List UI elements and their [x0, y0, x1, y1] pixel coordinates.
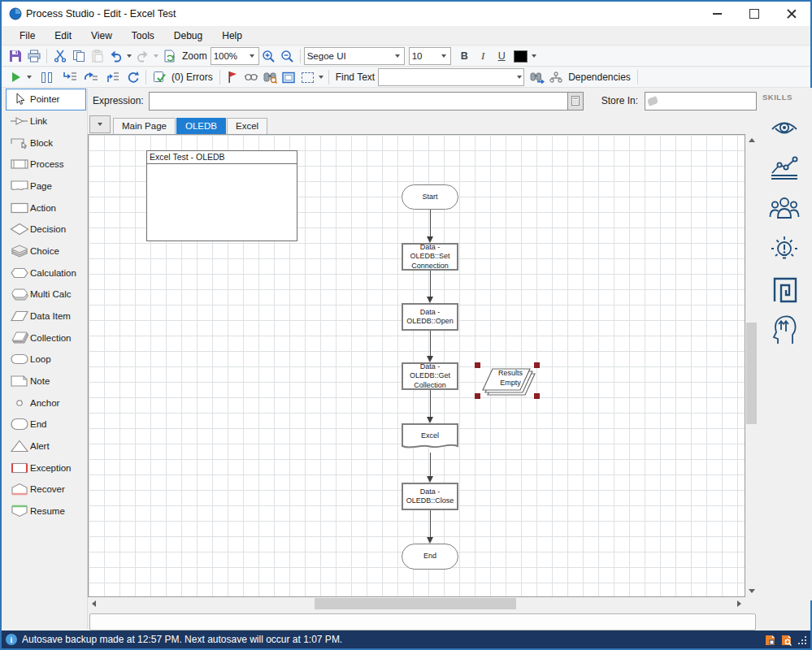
selection-mode-dropdown[interactable]	[319, 76, 323, 79]
collaboration-people-icon[interactable]	[769, 193, 800, 224]
stage-oledb-get-collection[interactable]: Data - OLEDB::Get Collection	[402, 362, 458, 390]
find-text-caret-icon[interactable]	[517, 76, 522, 79]
show-panel-button[interactable]	[280, 69, 297, 86]
scroll-right-button[interactable]	[733, 597, 745, 610]
paste-button[interactable]	[89, 48, 106, 65]
run-dropdown[interactable]	[27, 76, 32, 79]
scroll-up-button[interactable]	[745, 134, 758, 146]
note-stage[interactable]: Excel Test - OLEDB	[146, 150, 297, 241]
stage-oledb-close[interactable]: Data - OLEDB::Close	[402, 483, 458, 510]
font-color-dropdown[interactable]	[532, 54, 536, 58]
horizontal-scrollbar[interactable]	[88, 597, 745, 610]
tool-end[interactable]: End	[6, 414, 86, 436]
scroll-left-button[interactable]	[88, 597, 100, 610]
font-size-combo[interactable]: 10	[409, 47, 451, 65]
tool-page[interactable]: Page	[6, 176, 86, 197]
stage-results-empty-collection[interactable]: Results Empty	[475, 362, 540, 399]
find-next-button[interactable]	[528, 69, 545, 86]
process-search-icon[interactable]	[780, 634, 792, 646]
minimize-button[interactable]	[698, 2, 736, 26]
tool-calculation[interactable]: Calculation	[6, 262, 86, 284]
link-excel-close[interactable]	[430, 453, 431, 477]
undo-button[interactable]	[107, 48, 124, 65]
selection-handle[interactable]	[534, 393, 540, 399]
menu-tools[interactable]: Tools	[122, 28, 164, 44]
expression-builder-button[interactable]	[568, 92, 584, 110]
font-color-button[interactable]	[512, 48, 529, 65]
reset-button[interactable]	[124, 69, 141, 86]
tool-block[interactable]: Block	[6, 132, 86, 154]
run-button[interactable]	[7, 69, 24, 86]
selection-handle[interactable]	[534, 362, 540, 368]
vertical-scroll-thumb[interactable]	[746, 323, 757, 424]
problem-solving-idea-icon[interactable]	[769, 234, 800, 265]
italic-button[interactable]: I	[475, 48, 492, 65]
step-over-button[interactable]	[82, 69, 99, 86]
tool-decision[interactable]: Decision	[6, 219, 86, 240]
scroll-down-button[interactable]	[745, 585, 758, 597]
bold-button[interactable]: B	[456, 48, 473, 65]
link-getcollection-excel[interactable]	[430, 390, 431, 418]
menu-help[interactable]: Help	[212, 28, 252, 44]
zoom-level-combo[interactable]: 100%	[211, 47, 259, 65]
selection-handle[interactable]	[475, 393, 480, 399]
tool-process[interactable]: Process	[6, 154, 86, 176]
link-close-end[interactable]	[430, 510, 431, 538]
tool-link[interactable]: Link	[6, 110, 86, 132]
errors-count-label[interactable]: (0) Errors	[172, 72, 213, 83]
store-in-input[interactable]	[660, 93, 756, 109]
process-canvas[interactable]: Excel Test - OLEDB Start Data - OLEDB::S…	[88, 134, 745, 597]
tool-loop[interactable]: Loop	[6, 349, 86, 370]
zoom-in-button[interactable]	[260, 48, 277, 65]
expression-input[interactable]	[149, 92, 568, 110]
tool-note[interactable]: Note	[6, 370, 86, 392]
tool-anchor[interactable]: Anchor	[6, 392, 86, 414]
watch-button[interactable]	[243, 69, 260, 86]
link-setconnection-open[interactable]	[430, 271, 431, 297]
planning-analytics-icon[interactable]	[769, 153, 800, 184]
print-button[interactable]	[25, 48, 42, 65]
tool-data-item[interactable]: Data Item	[6, 306, 86, 327]
tool-pointer[interactable]: Pointer	[6, 89, 86, 110]
close-button[interactable]	[773, 2, 810, 26]
maximize-button[interactable]	[736, 2, 773, 26]
redo-dropdown[interactable]	[154, 54, 158, 58]
stage-oledb-set-connection[interactable]: Data - OLEDB::Set Connection	[402, 243, 458, 271]
tool-alert[interactable]: Alert	[6, 436, 86, 457]
tab-main-page[interactable]: Main Page	[113, 118, 176, 134]
breakpoint-button[interactable]	[224, 69, 241, 86]
tool-choice[interactable]: Choice	[6, 240, 86, 262]
refresh-preview-button[interactable]	[161, 48, 178, 65]
menu-file[interactable]: File	[10, 28, 45, 44]
tab-oledb[interactable]: OLEDB	[176, 118, 226, 134]
dependencies-label[interactable]: Dependencies	[568, 72, 631, 83]
find-text-input[interactable]	[379, 70, 515, 84]
selection-handle[interactable]	[475, 362, 480, 368]
menu-debug[interactable]: Debug	[164, 28, 212, 44]
menu-view[interactable]: View	[81, 28, 122, 44]
tool-multi-calc[interactable]: Multi Calc	[6, 284, 86, 306]
search-process-button[interactable]	[262, 69, 279, 86]
underline-button[interactable]: U	[493, 48, 510, 65]
tab-excel[interactable]: Excel	[227, 118, 267, 134]
menu-edit[interactable]: Edit	[45, 28, 81, 44]
visual-perception-eye-icon[interactable]	[769, 114, 800, 145]
process-mi-icon[interactable]	[764, 634, 776, 646]
undo-dropdown[interactable]	[127, 54, 132, 58]
stage-excel-page[interactable]: Excel	[402, 423, 458, 453]
tool-exception[interactable]: Exception	[6, 457, 86, 479]
vertical-scrollbar[interactable]	[745, 134, 758, 597]
pause-button[interactable]	[38, 69, 55, 86]
dependencies-button[interactable]	[547, 69, 564, 86]
tool-recover[interactable]: Recover	[6, 479, 86, 500]
step-out-button[interactable]	[103, 69, 120, 86]
font-family-combo[interactable]: Segoe UI	[304, 47, 405, 65]
selection-mode-button[interactable]	[299, 69, 316, 86]
stage-end[interactable]: End	[402, 544, 458, 570]
tool-collection[interactable]: Collection	[6, 327, 86, 349]
stage-oledb-open[interactable]: Data - OLEDB::Open	[402, 303, 458, 331]
learning-head-icon[interactable]	[769, 314, 800, 344]
validate-button[interactable]	[150, 69, 167, 86]
cut-button[interactable]	[51, 48, 68, 65]
knowledge-maze-icon[interactable]	[769, 275, 800, 306]
